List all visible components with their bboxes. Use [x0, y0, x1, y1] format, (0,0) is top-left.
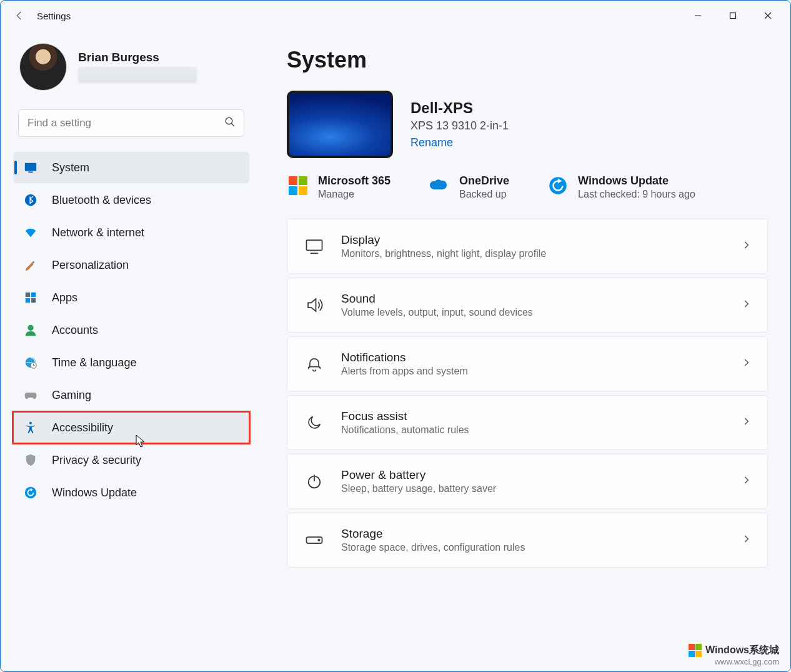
card-title: Focus assist [341, 409, 725, 423]
svg-rect-17 [307, 240, 322, 250]
sidebar-item-label: Bluetooth & devices [52, 194, 151, 207]
bell-icon [304, 353, 325, 374]
sidebar-item-gaming[interactable]: Gaming [13, 379, 249, 411]
globe-clock-icon [23, 355, 38, 370]
sidebar-item-accessibility[interactable]: Accessibility [13, 412, 249, 443]
profile[interactable]: Brian Burgess [13, 43, 249, 91]
status-sub: Backed up [459, 189, 509, 200]
svg-rect-7 [26, 293, 30, 297]
status-sub: Manage [318, 189, 391, 200]
sidebar-item-system[interactable]: System [13, 152, 249, 183]
sidebar-item-accounts[interactable]: Accounts [13, 314, 249, 346]
main-content: System Dell-XPS XPS 13 9310 2-in-1 Renam… [257, 31, 790, 671]
card-sub: Alerts from apps and system [341, 366, 725, 377]
sidebar-item-label: Gaming [52, 389, 91, 402]
svg-rect-1 [730, 13, 736, 19]
sidebar-item-label: Accounts [52, 324, 98, 337]
sidebar-item-time-language[interactable]: Time & language [13, 347, 249, 378]
card-sub: Storage space, drives, configuration rul… [341, 542, 725, 553]
sidebar: Brian Burgess System Bluetooth & devices… [1, 31, 257, 671]
paintbrush-icon [23, 258, 38, 273]
status-windows-update[interactable]: Windows Update Last checked: 9 hours ago [547, 174, 695, 200]
bluetooth-icon [23, 193, 38, 208]
update-icon [23, 485, 38, 500]
device-row: Dell-XPS XPS 13 9310 2-in-1 Rename [287, 91, 768, 158]
minimize-button[interactable] [680, 3, 715, 28]
card-sub: Notifications, automatic rules [341, 424, 725, 436]
moon-icon [304, 412, 325, 433]
power-icon [304, 471, 325, 492]
maximize-button[interactable] [715, 3, 750, 28]
svg-point-11 [27, 325, 33, 331]
sidebar-item-apps[interactable]: Apps [13, 282, 249, 313]
sidebar-item-label: Apps [52, 291, 77, 304]
page-title: System [287, 47, 768, 73]
svg-rect-9 [26, 298, 30, 303]
card-sub: Monitors, brightness, night light, displ… [341, 248, 725, 259]
drive-icon [304, 529, 325, 551]
rename-link[interactable]: Rename [410, 136, 453, 149]
shield-icon [23, 453, 38, 468]
status-title: Windows Update [578, 174, 695, 188]
avatar [19, 43, 67, 91]
svg-point-22 [318, 539, 320, 541]
watermark: Windows系统城 www.wxcLgg.com [689, 644, 779, 668]
chevron-right-icon [741, 240, 751, 253]
svg-rect-8 [31, 293, 36, 297]
card-title: Notifications [341, 351, 725, 364]
display-icon [23, 160, 38, 175]
microsoft-365-icon [287, 174, 309, 197]
speaker-icon [304, 294, 325, 316]
person-icon [23, 323, 38, 338]
svg-line-3 [231, 123, 234, 126]
back-button[interactable] [6, 2, 33, 29]
chevron-right-icon [741, 534, 751, 546]
search-wrap [18, 109, 244, 137]
status-onedrive[interactable]: OneDrive Backed up [428, 174, 509, 200]
card-title: Power & battery [341, 468, 725, 482]
search-icon [224, 116, 236, 130]
sidebar-item-network[interactable]: Network & internet [13, 217, 249, 248]
titlebar: Settings [1, 1, 790, 31]
sidebar-item-personalization[interactable]: Personalization [13, 249, 249, 281]
device-thumbnail [287, 91, 393, 158]
sidebar-item-windows-update[interactable]: Windows Update [13, 477, 249, 508]
monitor-icon [304, 236, 325, 257]
card-sub: Sleep, battery usage, battery saver [341, 483, 725, 494]
close-button[interactable] [750, 3, 785, 28]
watermark-brand: Windows系统城 [705, 644, 779, 657]
card-sound[interactable]: SoundVolume levels, output, input, sound… [287, 278, 768, 333]
sidebar-item-label: Network & internet [52, 226, 144, 239]
card-power-battery[interactable]: Power & batterySleep, battery usage, bat… [287, 454, 768, 509]
nav-list: System Bluetooth & devices Network & int… [13, 152, 249, 508]
apps-icon [23, 290, 38, 305]
sidebar-item-bluetooth[interactable]: Bluetooth & devices [13, 184, 249, 216]
sidebar-item-privacy[interactable]: Privacy & security [13, 444, 249, 476]
accessibility-icon [23, 420, 38, 435]
status-sub: Last checked: 9 hours ago [578, 189, 695, 200]
card-focus-assist[interactable]: Focus assistNotifications, automatic rul… [287, 395, 768, 450]
sidebar-item-label: Windows Update [52, 486, 137, 499]
card-notifications[interactable]: NotificationsAlerts from apps and system [287, 336, 768, 391]
cards-list: DisplayMonitors, brightness, night light… [287, 219, 768, 568]
sidebar-item-label: Privacy & security [52, 454, 141, 467]
device-name: Dell-XPS [410, 99, 509, 117]
card-storage[interactable]: StorageStorage space, drives, configurat… [287, 513, 768, 568]
device-model: XPS 13 9310 2-in-1 [410, 119, 509, 133]
chevron-right-icon [741, 416, 751, 429]
sidebar-item-label: Time & language [52, 356, 136, 369]
card-title: Display [341, 233, 725, 247]
onedrive-icon [428, 174, 450, 197]
status-microsoft365[interactable]: Microsoft 365 Manage [287, 174, 391, 200]
svg-point-2 [226, 118, 232, 124]
app-title: Settings [37, 11, 71, 21]
wifi-icon [23, 225, 38, 240]
sidebar-item-label: System [52, 161, 89, 174]
chevron-right-icon [741, 358, 751, 370]
update-icon [547, 174, 569, 197]
svg-rect-10 [31, 298, 36, 303]
watermark-url: www.wxcLgg.com [689, 657, 779, 668]
search-input[interactable] [18, 109, 244, 137]
card-display[interactable]: DisplayMonitors, brightness, night light… [287, 219, 768, 274]
card-sub: Volume levels, output, input, sound devi… [341, 307, 725, 318]
